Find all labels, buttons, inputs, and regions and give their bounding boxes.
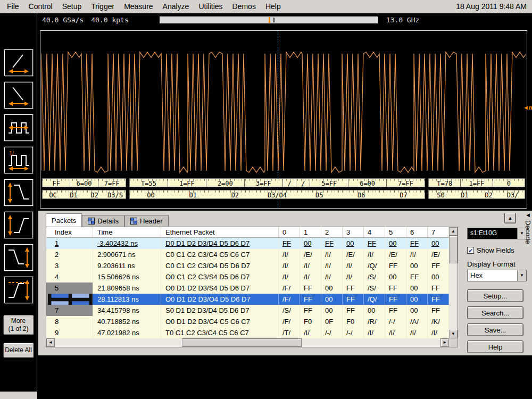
display-format-label: Display Format <box>467 260 527 268</box>
cell-value: FF <box>300 294 321 305</box>
table-row[interactable]: 840.718852 nsO0 D1 D2 D3/C4 C5 C6 C7/F/F… <box>46 316 449 327</box>
column-header-4[interactable]: 4 <box>364 227 385 237</box>
panel-collapse-up-button[interactable]: ▲ <box>504 213 516 223</box>
help-button[interactable]: Help <box>467 340 523 353</box>
menu-item-measure[interactable]: Measure <box>119 1 157 12</box>
table-row[interactable]: 521.809658 nsO0 D1 D2 D3/S4 D5 D6 D7/F/F… <box>46 282 449 294</box>
column-header-ethernet-packet[interactable]: Ethernet Packet <box>161 227 279 237</box>
marker-label: m1 <box>529 104 532 111</box>
table-row[interactable]: 734.415798 nsS0 D1 D2 D3/D4 D5 D6 D7/S/F… <box>46 305 449 316</box>
cell-value: 00 <box>385 238 406 249</box>
chevron-down-icon[interactable]: ▼ <box>517 270 526 281</box>
amplitude-icon[interactable] <box>4 244 33 271</box>
grid-icon <box>88 218 95 225</box>
column-header-time[interactable]: Time <box>93 227 161 237</box>
cell-value: /Q/ <box>364 294 385 305</box>
column-header-2[interactable]: 2 <box>321 227 343 237</box>
delta-time-fall-icon[interactable] <box>4 82 33 109</box>
cell-value: FF <box>428 260 449 271</box>
bus-field: S0 <box>429 190 453 198</box>
rise-time-icon[interactable] <box>4 212 33 238</box>
bottom-strip <box>0 392 37 399</box>
cell-value: FF <box>385 305 406 316</box>
column-header-7[interactable]: 7 <box>428 227 449 237</box>
menu-item-trigger[interactable]: Trigger <box>86 1 119 12</box>
delta-time-rise-icon[interactable] <box>4 49 33 76</box>
cell-index: 1 <box>46 238 93 249</box>
bus-field: 1=FF <box>460 179 492 187</box>
cell-time: 28.112813 ns <box>93 294 161 305</box>
vertical-scrollbar[interactable]: ▲ ▼ <box>449 227 458 338</box>
bus-field: 1=FF <box>168 179 206 187</box>
column-header-6[interactable]: 6 <box>406 227 428 237</box>
bus-field: OC <box>43 190 63 198</box>
more-page-label: (1 of 2) <box>8 325 28 332</box>
menu-item-analyze[interactable]: Analyze <box>158 1 194 12</box>
table-row[interactable]: 1-3.402432 nsD0 D1 D2 D3/D4 D5 D6 D7FF00… <box>46 238 449 249</box>
menu-item-utilities[interactable]: Utilities <box>194 1 227 12</box>
display-format-select[interactable]: Hex ▼ <box>467 270 527 281</box>
panel-collapse-left-icon[interactable]: ◄ <box>524 212 532 218</box>
window-position-marker <box>273 18 275 22</box>
column-header-index[interactable]: Index <box>46 227 93 237</box>
column-header-5[interactable]: 5 <box>385 227 406 237</box>
overshoot-icon[interactable] <box>4 277 33 303</box>
cell-value: /I/ <box>279 271 300 282</box>
cell-value: FF <box>385 294 406 305</box>
menu-item-demos[interactable]: Demos <box>228 1 261 12</box>
decode-source-select[interactable]: s1:Et10G ▼ <box>467 228 527 239</box>
scroll-down-icon[interactable]: ▼ <box>449 330 458 338</box>
cell-value: /I/ <box>385 327 406 338</box>
show-fields-checkbox[interactable]: ✔ <box>467 247 474 254</box>
delete-all-label: Delete All <box>5 346 32 354</box>
bus-upper-right: T=781=FF0 <box>428 178 525 187</box>
cell-packet: O0 C1 C2 C3/S4 D5 D6 D7 <box>161 271 279 282</box>
frequency-icon[interactable]: 1/ <box>4 147 33 173</box>
marker-m1[interactable]: ◄m1 <box>523 104 532 111</box>
menu-item-file[interactable]: File <box>2 1 24 12</box>
horizontal-position-slider[interactable] <box>160 16 378 23</box>
scroll-right-icon[interactable]: ► <box>440 338 449 347</box>
tab-packets[interactable]: Packets <box>46 213 82 227</box>
delete-all-button[interactable]: Delete All <box>3 343 34 358</box>
cell-value: /I/ <box>406 249 428 260</box>
bus-field: D2 <box>477 190 501 198</box>
save-button[interactable]: Save... <box>467 323 523 336</box>
table-row[interactable]: 628.112813 nsO0 D1 D2 D3/O4 D5 D6 D7/F/F… <box>46 294 449 305</box>
horizontal-scrollbar[interactable]: ◄ ► <box>46 338 449 347</box>
search-button[interactable]: Search... <box>467 306 523 319</box>
fall-time-icon[interactable] <box>4 179 33 206</box>
vertical-scroll-thumb[interactable] <box>449 236 458 263</box>
cell-value: FF <box>385 260 406 271</box>
column-header-0[interactable]: 0 <box>279 227 300 237</box>
chevron-down-icon[interactable]: ▼ <box>517 228 526 239</box>
table-row[interactable]: 415.506626 nsO0 C1 C2 C3/S4 D5 D6 D7/I//… <box>46 271 449 282</box>
table-row[interactable]: 39.203611 nsC0 C1 C2 C3/O4 D5 D6 D7/I//I… <box>46 260 449 271</box>
menu-item-setup[interactable]: Setup <box>57 1 87 12</box>
horizontal-scroll-thumb[interactable] <box>182 338 302 347</box>
table-row[interactable]: 22.900671 nsC0 C1 C2 C3/C4 C5 C6 C7/I//E… <box>46 249 449 260</box>
cell-value: FF <box>300 305 321 316</box>
tab-header[interactable]: Header <box>124 215 169 227</box>
tab-details[interactable]: Details <box>82 215 124 227</box>
cell-value: /E/ <box>385 249 406 260</box>
column-header-3[interactable]: 3 <box>343 227 364 237</box>
setup-button[interactable]: Setup... <box>467 289 523 302</box>
cell-value: /E/ <box>343 249 364 260</box>
cell-time: 47.021982 ns <box>93 327 161 338</box>
cell-value: /-/ <box>385 316 406 327</box>
menu-item-help[interactable]: Help <box>261 1 286 12</box>
column-header-1[interactable]: 1 <box>300 227 321 237</box>
more-button[interactable]: More(1 of 2) <box>3 315 34 335</box>
menu-item-control[interactable]: Control <box>24 1 57 12</box>
cell-value: /S/ <box>364 271 385 282</box>
scroll-up-icon[interactable]: ▲ <box>449 227 458 236</box>
cell-value: FF <box>343 294 364 305</box>
scroll-left-icon[interactable]: ◄ <box>46 338 55 347</box>
tab-label: Header <box>140 217 163 225</box>
table-row[interactable]: 947.021982 nsT0 C1 C2 C3/C4 C5 C6 C7/T//… <box>46 327 449 338</box>
drag-measure-toolbar: 1/ More(1 of 2) Delete All <box>0 13 37 391</box>
bus-field: 6=00 <box>70 179 97 187</box>
period-icon[interactable] <box>4 114 33 141</box>
bus-field: 7=FF <box>98 179 126 187</box>
